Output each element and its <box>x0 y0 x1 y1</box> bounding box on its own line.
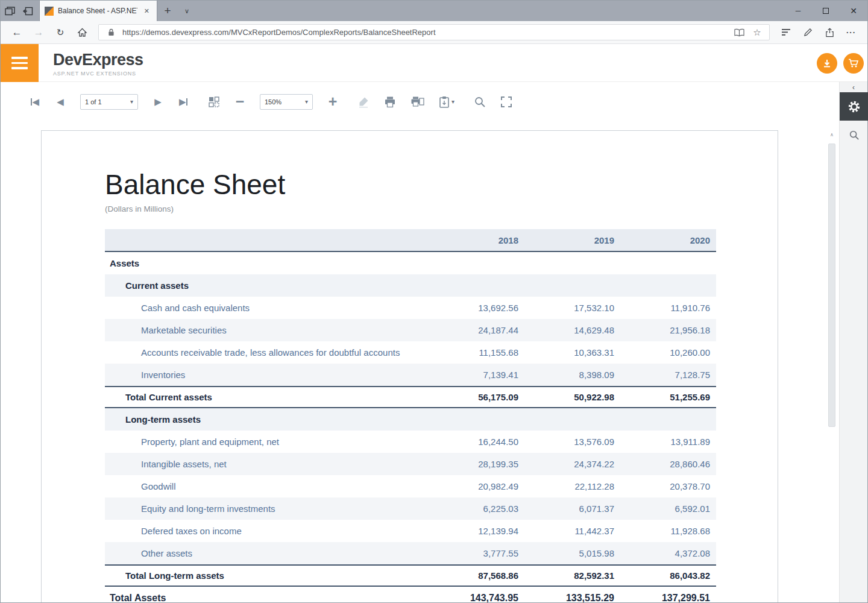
row-value: 143,743.95 <box>429 593 524 603</box>
next-page-button[interactable]: ▶ <box>153 96 163 107</box>
row-value: 12,139.94 <box>429 526 524 536</box>
row-value: 50,922.98 <box>524 392 620 402</box>
report-title: Balance Sheet <box>105 168 285 201</box>
download-icon <box>822 58 832 68</box>
maximize-button[interactable] <box>812 1 840 21</box>
annotate-pen-button[interactable] <box>797 24 818 42</box>
row-value: 6,225.03 <box>429 504 524 514</box>
table-row: Other assets3,777.555,015.984,372.08 <box>105 542 716 564</box>
table-row: Marketable securities24,187.4414,629.482… <box>105 319 716 341</box>
table-row: Defered taxes on income12,139.9411,442.3… <box>105 520 716 542</box>
page-selector[interactable]: 1 of 1 ▾ <box>80 94 138 110</box>
favorites-hub-button[interactable] <box>776 24 796 42</box>
table-row: Total Long-term assets87,568.8682,592.31… <box>105 564 716 587</box>
home-button[interactable] <box>72 24 92 42</box>
row-value: 51,255.69 <box>620 392 716 402</box>
zoom-out-button[interactable]: − <box>234 93 245 110</box>
document-scrollbar[interactable]: ∧ <box>828 130 836 602</box>
forward-button[interactable]: → <box>28 24 49 42</box>
header-year-2019: 2019 <box>524 235 620 245</box>
site-header: DevExpress ASP.NET MVC EXTENSIONS <box>1 44 867 82</box>
minimize-button[interactable]: ─ <box>784 1 812 21</box>
zoom-level: 150% <box>265 98 305 106</box>
hamburger-menu-button[interactable] <box>1 44 39 82</box>
search-panel-tab[interactable] <box>840 121 868 149</box>
tab-close-icon[interactable]: ✕ <box>142 6 152 16</box>
table-header-row: 2018 2019 2020 <box>105 229 716 252</box>
devexpress-logo: DevExpress ASP.NET MVC EXTENSIONS <box>53 51 143 77</box>
table-row: Assets <box>105 252 716 274</box>
row-value: 28,860.46 <box>620 459 716 469</box>
row-label: Total Current assets <box>105 392 429 402</box>
scrollbar-thumb[interactable] <box>828 144 835 427</box>
zoom-selector[interactable]: 150% ▾ <box>260 94 313 110</box>
export-options-tab[interactable] <box>840 92 868 121</box>
table-row: Accounts receivable trade, less allowanc… <box>105 341 716 364</box>
favorites-star-icon[interactable]: ☆ <box>750 27 764 38</box>
table-row: Goodwill20,982.4922,112.2820,378.70 <box>105 475 716 497</box>
search-button[interactable] <box>474 96 486 108</box>
zoom-in-button[interactable]: + <box>327 93 338 110</box>
tab-preview-icon[interactable] <box>1 1 19 21</box>
row-value: 17,532.10 <box>524 303 620 313</box>
row-label: Goodwill <box>105 481 429 491</box>
reading-view-icon[interactable] <box>732 28 746 37</box>
row-value: 28,199.35 <box>429 459 524 469</box>
row-value: 14,629.48 <box>524 325 620 335</box>
table-row: Total Assets143,743.95133,515.29137,299.… <box>105 587 716 602</box>
previous-page-button[interactable]: ◀ <box>55 96 66 107</box>
row-label: Long-term assets <box>105 414 429 425</box>
row-value: 13,692.56 <box>429 303 524 313</box>
row-value: 20,982.49 <box>429 481 524 491</box>
row-value: 6,071.37 <box>524 504 620 514</box>
table-row: Cash and cash equivalents13,692.5617,532… <box>105 297 716 319</box>
cart-button[interactable] <box>843 53 864 74</box>
print-page-button[interactable] <box>410 96 424 108</box>
table-row: Total Current assets56,175.0950,922.9851… <box>105 386 716 408</box>
site-favicon <box>45 7 54 16</box>
table-row: Equity and long-term investments6,225.03… <box>105 497 716 520</box>
print-button[interactable] <box>384 96 396 108</box>
download-button[interactable] <box>817 53 837 74</box>
collapse-panel-button[interactable]: ‹ <box>840 82 867 92</box>
more-options-button[interactable]: ··· <box>841 24 861 42</box>
close-button[interactable]: ✕ <box>840 1 867 21</box>
table-row: Long-term assets <box>105 408 716 431</box>
row-value: 13,576.09 <box>524 437 620 447</box>
row-value: 11,155.68 <box>429 347 524 358</box>
row-value: 20,378.70 <box>620 481 716 491</box>
share-button[interactable] <box>819 24 840 42</box>
first-page-button[interactable]: ◀ <box>30 96 40 107</box>
row-value: 137,299.51 <box>620 593 716 603</box>
new-tab-button[interactable]: + <box>157 1 178 21</box>
logo-tagline: ASP.NET MVC EXTENSIONS <box>53 71 143 77</box>
row-label: Current assets <box>105 280 429 291</box>
side-panel-strip: ‹ <box>839 82 867 602</box>
row-value: 11,442.37 <box>524 526 620 536</box>
fullscreen-button[interactable] <box>500 96 512 108</box>
cart-icon <box>848 58 859 68</box>
export-to-button[interactable]: ▾ <box>439 96 454 108</box>
multipage-view-button[interactable] <box>208 96 220 108</box>
table-row: Property, plant and equipment, net16,244… <box>105 431 716 453</box>
address-bar[interactable]: https://demos.devexpress.com/MVCxReportD… <box>98 24 770 40</box>
row-label: Cash and cash equivalents <box>105 303 429 313</box>
set-tabs-aside-icon[interactable] <box>19 1 37 21</box>
row-value: 7,139.41 <box>429 370 524 380</box>
scroll-up-icon[interactable]: ∧ <box>828 130 836 139</box>
row-value: 8,398.09 <box>524 370 620 380</box>
highlight-editing-fields-button[interactable] <box>357 96 370 108</box>
table-row: Intangible assets, net28,199.3524,374.22… <box>105 453 716 475</box>
tab-list-chevron-icon[interactable]: ∨ <box>178 1 196 21</box>
row-value: 133,515.29 <box>524 593 620 603</box>
row-label: Other assets <box>105 548 429 558</box>
back-button[interactable]: ← <box>7 24 27 42</box>
refresh-button[interactable]: ↻ <box>50 24 71 42</box>
gear-icon <box>848 100 861 113</box>
browser-tab[interactable]: Balance Sheet - ASP.NET ✕ <box>39 1 157 21</box>
row-value: 16,244.50 <box>429 437 524 447</box>
last-page-button[interactable]: ▶ <box>178 96 189 107</box>
row-value: 11,928.68 <box>620 526 716 536</box>
row-value: 4,372.08 <box>620 548 716 558</box>
row-label: Defered taxes on income <box>105 526 429 536</box>
